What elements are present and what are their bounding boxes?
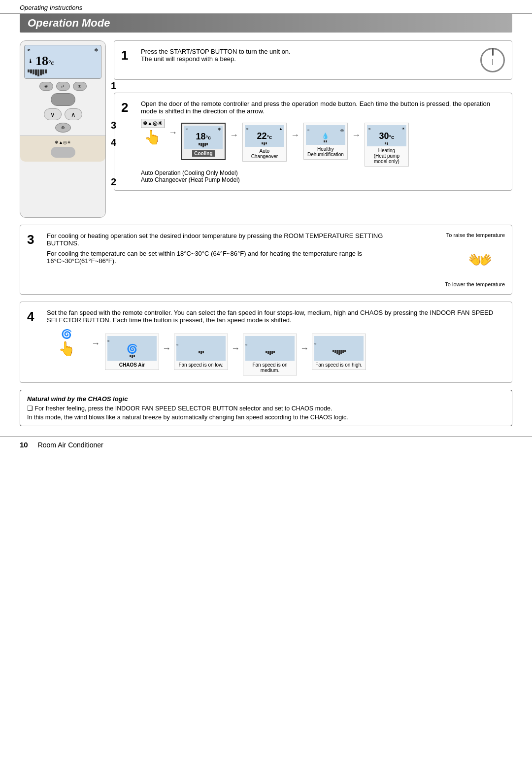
header-label: Operating Instructions bbox=[20, 4, 82, 11]
mode-healthy: ≈◎ 💧 HealthyDehumidification bbox=[303, 123, 348, 160]
page-header: Operating Instructions bbox=[0, 0, 532, 14]
arrow-3: → bbox=[352, 123, 361, 140]
fan-hand-icon: 🌀 👆 bbox=[47, 329, 86, 357]
page-footer: 10 Room Air Conditioner bbox=[0, 436, 532, 453]
mode-cooling: ≈❄ 18°c bbox=[181, 123, 226, 160]
step4-number: 4 bbox=[27, 309, 42, 324]
press-hand-icon: 👆 bbox=[144, 129, 161, 145]
step4-text: Set the fan speed with the remote contro… bbox=[47, 309, 505, 324]
step1-box: 1 Press the START/STOP BUTTON to turn th… bbox=[114, 40, 512, 80]
arrow-2: → bbox=[291, 123, 299, 140]
heating-label: Heating(Heat pump model only) bbox=[367, 148, 406, 164]
raise-temp-label: To raise the temperature bbox=[446, 232, 505, 238]
fan-low: ≈ Fan speed is on low. bbox=[174, 334, 228, 370]
auto-label: AutoChangeover bbox=[245, 148, 284, 159]
step1-number: 1 bbox=[121, 48, 136, 63]
healthy-label: HealthyDehumidification bbox=[306, 146, 345, 157]
step2-text: Open the door of the remote controller a… bbox=[141, 100, 505, 115]
chaos-note-box: Natural wind by the CHAOS logic ❑ For fr… bbox=[20, 390, 512, 426]
step1-text2: The unit will respond with a beep. bbox=[141, 55, 291, 63]
note-title: Natural wind by the CHAOS logic bbox=[27, 395, 505, 403]
fan-arr3: → bbox=[300, 334, 309, 354]
step3-text1: For cooling or heating operation set the… bbox=[47, 232, 387, 247]
step3-text2: For cooling the temperature can be set w… bbox=[47, 250, 387, 265]
fan-high: ≈ Fan speed is on high. bbox=[312, 334, 366, 370]
fan-chaos-label: CHAOS Air bbox=[107, 362, 157, 368]
remote-screen: ≈❄ 🌡 18°c bbox=[24, 45, 101, 79]
power-button-icon: | bbox=[480, 48, 505, 72]
callout-3: 3 bbox=[111, 120, 116, 131]
fan-medium: ≈ Fan speed is on medium. bbox=[243, 334, 297, 375]
fan-low-label: Fan speed is on low. bbox=[176, 362, 226, 368]
mode-auto: ≈▲ 22°c AutoChangeover bbox=[242, 123, 287, 162]
lower-temp-label: To lower the temperature bbox=[445, 281, 505, 287]
cooling-label-box: Cooling bbox=[192, 150, 214, 157]
step1-text1: Press the START/STOP BUTTON to turn the … bbox=[141, 48, 291, 55]
mode-diagrams: ≈❄ 18°c bbox=[181, 123, 409, 167]
mode-heating: ≈☀ 30°c Heating(Heat pump model only) bbox=[365, 123, 409, 167]
fan-arrow: → bbox=[91, 329, 100, 349]
step2-number: 2 bbox=[121, 100, 136, 115]
note-text2: In this mode, the wind blows like a natu… bbox=[27, 414, 505, 421]
arrow-1: → bbox=[230, 123, 238, 140]
section-title: Operation Mode bbox=[20, 14, 512, 33]
fan-arr2: → bbox=[231, 334, 240, 354]
callout-2: 2 bbox=[111, 176, 116, 188]
step2-box: 2 Open the door of the remote controller… bbox=[114, 93, 512, 191]
mode-button-hand: ❄▲◎☀ 👆 bbox=[141, 119, 165, 145]
callout-4: 4 bbox=[111, 137, 116, 148]
step2-note1: Auto Operation (Cooling Only Model) bbox=[141, 170, 505, 176]
note-text1: ❑ For fresher feeling, press the INDOOR … bbox=[27, 405, 505, 412]
mode-arrow: → bbox=[168, 119, 177, 138]
step2-note2: Auto Changeover (Heat Pump Model) bbox=[141, 176, 505, 183]
footer-number: 10 bbox=[20, 441, 28, 449]
remote-control-illustration: ≈❄ 🌡 18°c bbox=[20, 40, 106, 218]
fan-arr1: → bbox=[162, 334, 171, 354]
fan-chaos: ≈ 🌀 CHAOS Air bbox=[105, 334, 159, 370]
callout-1: 1 bbox=[111, 80, 116, 92]
step3-number: 3 bbox=[27, 232, 42, 247]
footer-title: Room Air Conditioner bbox=[38, 441, 103, 449]
step4-box: 4 Set the fan speed with the remote cont… bbox=[20, 302, 512, 383]
fan-high-label: Fan speed is on high. bbox=[314, 362, 364, 368]
fan-medium-label: Fan speed is on medium. bbox=[245, 362, 295, 373]
temp-buttons-illustration: To raise the temperature 👐 To lower the … bbox=[397, 232, 505, 287]
fan-displays: ≈ 🌀 CHAOS Air → bbox=[105, 334, 366, 375]
step3-box: 3 For cooling or heating operation set t… bbox=[20, 225, 512, 295]
